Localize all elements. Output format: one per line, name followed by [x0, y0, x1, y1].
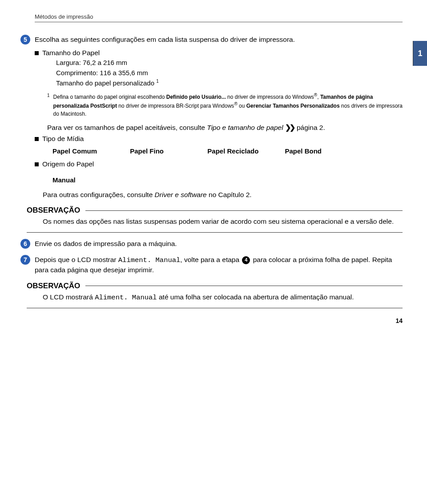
bullet-square-icon	[35, 137, 39, 141]
breadcrumb: Métodos de impressão	[35, 13, 403, 20]
note-title: OBSERVAÇÃO	[27, 282, 80, 290]
paper-custom-label: Tamanho do papel personalizado	[56, 79, 154, 87]
note-1-body: Os nomes das opções nas listas suspensas…	[43, 217, 401, 226]
step-5-text: Escolha as seguintes configurações em ca…	[35, 35, 403, 44]
step-6-text: Envie os dados de impressão para a máqui…	[35, 239, 403, 249]
acceptable-sizes-text: Para ver os tamanhos de papel aceitáveis…	[47, 122, 403, 133]
paper-length: Comprimento: 116 a 355,6 mm	[56, 68, 403, 78]
step-7-number: 7	[20, 255, 30, 265]
paper-source-title: Origem do Papel	[42, 160, 94, 168]
paper-size-title: Tamanho do Papel	[42, 49, 100, 57]
bullet-square-icon	[35, 51, 39, 55]
media-type-options: Papel Comum Papel Fino Papel Reciclado P…	[52, 147, 403, 155]
step-5-number: 5	[20, 35, 30, 44]
divider-top	[35, 22, 403, 22]
note-close-divider	[27, 232, 403, 233]
media-type-title: Tipo de Mídia	[42, 135, 84, 143]
step-7-text: Depois que o LCD mostrar Aliment. Manual…	[35, 255, 403, 275]
page-number: 14	[395, 317, 403, 324]
paper-custom-footnote-mark: 1	[156, 79, 159, 84]
section-tag: 1	[413, 41, 427, 66]
note-title: OBSERVAÇÃO	[27, 206, 80, 215]
note-divider	[85, 210, 403, 211]
paper-width: Largura: 76,2 a 216 mm	[56, 58, 403, 68]
paper-source-value: Manual	[52, 176, 403, 184]
other-settings-text: Para outras configurações, consulte Driv…	[43, 190, 403, 200]
note-2-body: O LCD mostrará Aliment. Manual até uma f…	[43, 292, 401, 302]
note-close-divider	[27, 308, 403, 308]
note-divider	[85, 286, 403, 286]
footnote-body: Defina o tamanho do papel original escol…	[53, 92, 403, 118]
footnote-mark: 1	[47, 93, 50, 118]
step-6-number: 6	[20, 239, 30, 249]
bullet-square-icon	[35, 162, 39, 166]
step-ref-4-icon: 4	[242, 256, 250, 264]
